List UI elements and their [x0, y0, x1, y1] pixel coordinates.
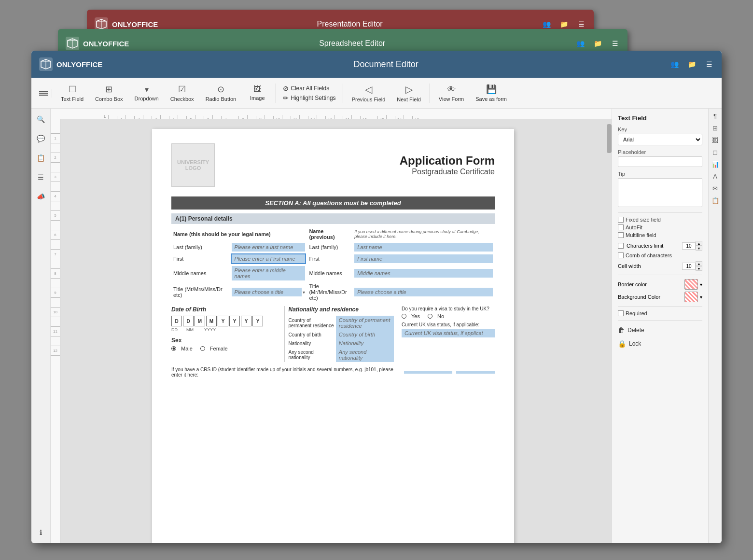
multiline-check[interactable]: Multiline field — [618, 232, 702, 238]
view-form-btn[interactable]: 👁 View Form — [434, 83, 469, 104]
image-btn[interactable]: 🖼 Image — [243, 83, 272, 103]
bg-color-swatch[interactable] — [684, 292, 698, 302]
panel-divider-1 — [618, 212, 702, 213]
spreadsheet-collab-icon[interactable]: 👥 — [575, 39, 585, 48]
last-name-input[interactable]: Please enter a last name — [232, 243, 306, 252]
day1-box[interactable]: D — [171, 316, 182, 326]
visa-no-radio[interactable] — [428, 314, 432, 319]
month1-box[interactable]: M — [195, 316, 205, 326]
image-side-icon[interactable]: 🖼 — [712, 137, 718, 144]
chars-limit-arrows[interactable]: ▲ ▼ — [696, 241, 702, 251]
border-color-arrow[interactable]: ▾ — [700, 282, 702, 287]
last-name-input-2[interactable]: Last name — [354, 243, 493, 252]
document-folder-icon[interactable]: 📁 — [687, 59, 697, 69]
crs-input-2[interactable] — [456, 371, 495, 374]
vertical-scrollbar[interactable] — [606, 119, 612, 543]
year4-box[interactable]: Y — [252, 316, 263, 326]
combo-box-btn[interactable]: ⊞ Combo Box — [90, 82, 127, 104]
scrollbar-thumb[interactable] — [607, 124, 612, 153]
presentation-folder-icon[interactable]: 📁 — [559, 19, 569, 29]
spreadsheet-folder-icon[interactable]: 📁 — [593, 39, 602, 48]
fixed-size-check[interactable]: Fixed size field — [618, 217, 702, 223]
toolbar-left-btn[interactable] — [35, 89, 52, 98]
cell-width-up[interactable]: ▲ — [696, 261, 702, 266]
chart-icon[interactable]: 📊 — [711, 161, 719, 168]
shapes-icon[interactable]: ◻ — [712, 149, 718, 156]
sidebar-track-icon[interactable]: 📋 — [34, 151, 48, 165]
form-icon[interactable]: 📋 — [711, 197, 719, 204]
radio-button-btn[interactable]: ⊙ Radio Button — [201, 82, 241, 104]
border-color-swatch[interactable] — [684, 279, 698, 290]
key-select[interactable]: Arial — [618, 134, 702, 145]
document-collab-icon[interactable]: 👥 — [669, 59, 679, 69]
title-dropdown-1[interactable]: Please choose a title ▾ — [232, 288, 306, 296]
comb-chars-check[interactable]: Comb of characters — [618, 252, 702, 258]
cell-width-value[interactable] — [682, 263, 696, 270]
prev-field-btn[interactable]: ◁ Previous Field — [347, 82, 390, 104]
clear-all-btn[interactable]: ⊘ Clear All Fields — [280, 84, 338, 93]
nationality-input[interactable]: Nationality — [336, 339, 394, 348]
tip-textarea[interactable] — [618, 178, 702, 207]
title-input-1[interactable]: Please choose a title — [232, 288, 302, 296]
sidebar-comment-icon[interactable]: 💬 — [34, 132, 48, 145]
next-field-btn[interactable]: ▷ Next Field — [392, 82, 426, 104]
sidebar-info-icon[interactable]: ℹ — [34, 526, 48, 539]
lock-btn[interactable]: 🔒 Lock — [618, 338, 702, 350]
chars-limit-spinner[interactable]: ▲ ▼ — [682, 241, 702, 251]
paragraph-icon[interactable]: ¶ — [713, 112, 717, 120]
sidebar-nav-icon[interactable]: ☰ — [34, 170, 48, 184]
required-checkbox[interactable] — [618, 310, 624, 316]
day2-box[interactable]: D — [183, 316, 194, 326]
male-radio[interactable] — [171, 346, 176, 351]
bg-color-arrow[interactable]: ▾ — [700, 294, 702, 300]
second-nat-input[interactable]: Any second nationality — [336, 348, 394, 362]
cell-width-spinner[interactable]: ▲ ▼ — [682, 261, 702, 271]
presentation-menu-icon[interactable]: ☰ — [576, 19, 586, 29]
chars-limit-up[interactable]: ▲ — [696, 241, 702, 246]
required-check[interactable]: Required — [618, 310, 702, 316]
sidebar-search-icon[interactable]: 🔍 — [34, 112, 48, 126]
autofit-check[interactable]: AutoFit — [618, 224, 702, 230]
first-name-input-2[interactable]: First name — [354, 254, 493, 263]
crs-input[interactable] — [404, 371, 452, 374]
chars-limit-down[interactable]: ▼ — [696, 246, 702, 251]
autofit-checkbox[interactable] — [618, 224, 624, 230]
first-name-input[interactable]: Please enter a First name — [232, 254, 306, 263]
chars-limit-value[interactable] — [682, 242, 696, 250]
title-input-2[interactable]: Please choose a title — [354, 288, 493, 296]
toolbar-separator-1 — [276, 84, 276, 103]
chars-limit-checkbox[interactable] — [618, 243, 624, 249]
visa-yes-radio[interactable] — [402, 314, 406, 319]
fixed-size-checkbox[interactable] — [618, 217, 624, 223]
country-perm-input[interactable]: Country of permanent residence — [336, 316, 394, 330]
multiline-checkbox[interactable] — [618, 232, 624, 238]
document-menu-icon[interactable]: ☰ — [704, 59, 714, 69]
female-radio[interactable] — [200, 346, 205, 351]
mm-label: MM — [186, 327, 194, 332]
comb-chars-checkbox[interactable] — [618, 252, 624, 258]
spreadsheet-menu-icon[interactable]: ☰ — [610, 39, 620, 48]
presentation-collab-icon[interactable]: 👥 — [542, 19, 551, 29]
cell-width-down[interactable]: ▼ — [696, 266, 702, 271]
month2-box[interactable]: M — [206, 316, 217, 326]
cell-width-arrows[interactable]: ▲ ▼ — [696, 261, 702, 271]
personal-details-header: A(1) Personal details — [171, 213, 495, 224]
uk-visa-input[interactable]: Current UK visa status, if applicat — [402, 329, 495, 337]
middle-input-1[interactable]: Please enter a middle names — [232, 266, 306, 280]
text-art-icon[interactable]: A — [713, 173, 717, 180]
country-birth-input[interactable]: Country of birth — [336, 330, 394, 339]
text-field-btn[interactable]: ☐ Text Field — [56, 82, 88, 104]
delete-btn[interactable]: 🗑 Delete — [618, 324, 702, 336]
checkbox-btn[interactable]: ☑ Checkbox — [166, 82, 199, 104]
year3-box[interactable]: Y — [241, 316, 251, 326]
dropdown-btn[interactable]: ▾ Dropdown — [130, 83, 164, 103]
sidebar-announce-icon[interactable]: 📣 — [34, 190, 48, 203]
placeholder-input[interactable] — [618, 156, 702, 167]
year2-box[interactable]: Y — [229, 316, 240, 326]
middle-input-2[interactable]: Middle names — [354, 269, 493, 278]
highlight-settings-btn[interactable]: ✏ Highlight Settings — [280, 93, 338, 103]
mail-icon[interactable]: ✉ — [712, 185, 718, 192]
save-form-btn[interactable]: 💾 Save as form — [471, 82, 512, 104]
table-icon[interactable]: ⊞ — [712, 125, 718, 132]
year1-box[interactable]: Y — [218, 316, 228, 326]
